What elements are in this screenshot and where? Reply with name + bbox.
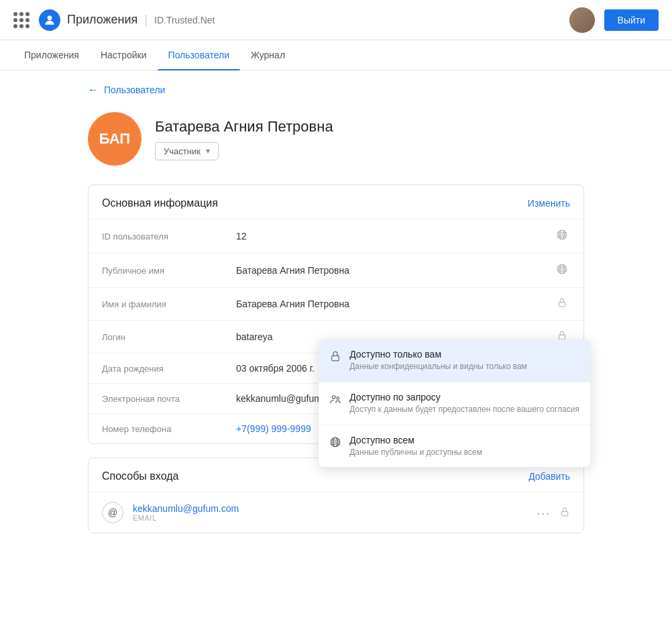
info-row-full-name: Имя и фамилия Батарева Агния Петровна [89, 287, 583, 320]
header: Приложения | ID.Trusted.Net Выйти [0, 0, 672, 40]
header-divider: | [144, 13, 148, 27]
basic-info-card: Основная информация Изменить ID пользова… [88, 184, 584, 444]
app-logo [39, 9, 60, 31]
svg-rect-21 [561, 511, 567, 516]
label-email: Электронная почта [102, 394, 236, 404]
profile-name: Батарева Агния Петровна [155, 118, 333, 136]
login-methods-title: Способы входа [102, 470, 178, 482]
add-login-button[interactable]: Добавить [528, 471, 570, 482]
login-email-value: kekkanumlu@gufum.com [133, 503, 537, 514]
breadcrumb[interactable]: ← Пользователи [88, 84, 584, 96]
back-arrow-icon: ← [88, 84, 99, 96]
privacy-option-on-request[interactable]: Доступно по запросу Доступ к данным буде… [319, 382, 590, 425]
globe-option-icon [329, 436, 341, 451]
avatar-initials: БАП [99, 130, 130, 148]
privacy-option-request-desc: Доступ к данным будет предоставлен после… [349, 404, 579, 415]
svg-rect-12 [559, 335, 565, 339]
value-user-id: 12 [236, 231, 547, 242]
privacy-option-request-title: Доступно по запросу [349, 392, 579, 403]
globe-icon[interactable] [554, 229, 570, 244]
breadcrumb-label: Пользователи [104, 85, 165, 95]
globe-icon-2[interactable] [554, 263, 570, 278]
privacy-option-public[interactable]: Доступно всем Данные публичны и доступны… [319, 425, 590, 468]
svg-point-0 [48, 15, 52, 20]
svg-point-14 [333, 396, 336, 399]
login-lock-icon[interactable] [559, 507, 570, 519]
lock-option-icon [329, 350, 341, 365]
page-content: ← Пользователи БАП Батарева Агния Петров… [74, 70, 598, 560]
lock-icon[interactable] [554, 297, 570, 311]
main-nav: Приложения Настройки Пользователи Журнал [0, 40, 672, 70]
label-phone: Номер телефона [102, 424, 236, 434]
card-header: Основная информация Изменить [89, 185, 583, 219]
login-info: kekkanumlu@gufum.com EMAIL [133, 503, 537, 522]
chevron-down-icon: ▾ [206, 146, 210, 156]
at-sign-icon: @ [108, 507, 117, 518]
grid-menu-icon[interactable] [13, 12, 30, 28]
privacy-dropdown: Доступно только вам Данные конфиденциаль… [319, 339, 590, 467]
label-full-name: Имя и фамилия [102, 299, 236, 309]
label-user-id: ID пользователя [102, 231, 236, 242]
label-login: Логин [102, 332, 236, 342]
role-badge[interactable]: Участник ▾ [155, 142, 219, 160]
nav-item-users[interactable]: Пользователи [158, 40, 240, 70]
info-row-public-name: Публичное имя Батарева Агния Петровна [89, 253, 583, 287]
privacy-option-public-title: Доступно всем [349, 435, 482, 445]
email-icon-wrap: @ [102, 502, 123, 523]
nav-item-journal[interactable]: Журнал [240, 40, 296, 70]
label-public-name: Публичное имя [102, 266, 236, 276]
value-public-name: Батарева Агния Петровна [236, 265, 547, 276]
profile-info: Батарева Агния Петровна Участник ▾ [155, 118, 333, 160]
svg-rect-13 [332, 356, 339, 361]
svg-rect-11 [559, 302, 565, 307]
info-row-user-id: ID пользователя 12 [89, 219, 583, 253]
login-row: @ kekkanumlu@gufum.com EMAIL ··· [89, 492, 583, 533]
nav-item-applications[interactable]: Приложения [13, 40, 90, 70]
privacy-option-private-title: Доступно только вам [349, 349, 527, 360]
svg-point-15 [337, 397, 339, 399]
nav-item-settings[interactable]: Настройки [90, 40, 158, 70]
user-avatar[interactable] [569, 7, 595, 33]
privacy-option-private[interactable]: Доступно только вам Данные конфиденциаль… [319, 339, 590, 382]
login-methods-card: Способы входа Добавить @ kekkanumlu@gufu… [88, 458, 584, 533]
label-birthdate: Дата рождения [102, 364, 236, 374]
edit-button[interactable]: Изменить [528, 198, 570, 209]
privacy-option-public-desc: Данные публичны и доступны всем [349, 447, 482, 458]
profile-header: БАП Батарева Агния Петровна Участник ▾ [88, 112, 584, 166]
people-option-icon [329, 393, 341, 408]
avatar: БАП [88, 112, 142, 166]
more-options-icon[interactable]: ··· [537, 505, 550, 521]
privacy-option-private-desc: Данные конфиденциальны и видны только ва… [349, 361, 527, 372]
logout-button[interactable]: Выйти [604, 9, 659, 31]
card-title: Основная информация [102, 197, 218, 209]
role-label: Участник [164, 146, 201, 156]
value-full-name: Батарева Агния Петровна [236, 299, 547, 309]
login-type-label: EMAIL [133, 514, 537, 522]
app-name: Приложения [67, 13, 137, 27]
header-subtitle: ID.Trusted.Net [154, 15, 215, 25]
